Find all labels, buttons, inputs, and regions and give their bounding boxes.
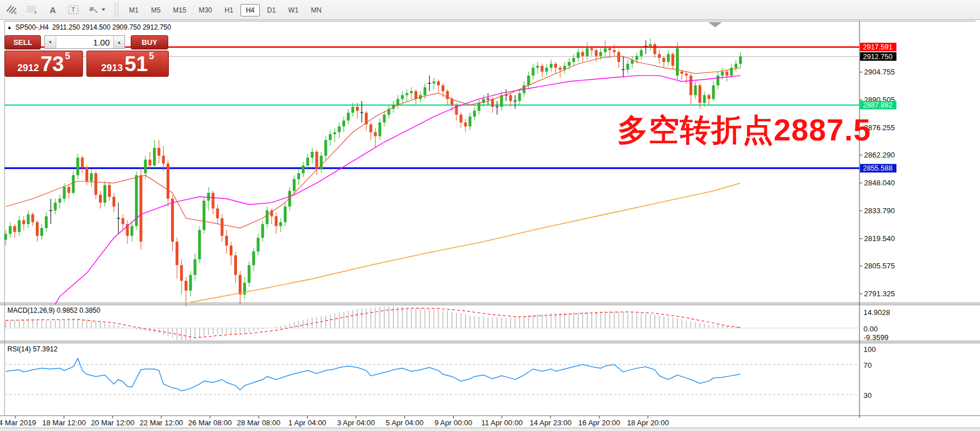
buy-price-point: 5	[149, 52, 154, 60]
timeframe-m30[interactable]: M30	[194, 4, 217, 16]
time-axis-label: 26 Mar 08:00	[188, 418, 232, 427]
timeframe-m15[interactable]: M15	[168, 4, 191, 16]
timeframe-m5[interactable]: M5	[146, 4, 166, 16]
time-axis-label: 22 Mar 12:00	[139, 418, 183, 427]
toolbar: E F A T M1M5M15M30H1H4	[0, 0, 980, 20]
symbol-marker-icon: ▲	[7, 24, 12, 30]
volume-increase-button[interactable]: ▲	[113, 36, 124, 48]
svg-text:2848.040: 2848.040	[864, 179, 895, 187]
sell-price-box[interactable]: 2912 73 5	[5, 51, 83, 77]
chart-canvas[interactable]: 2904.7552890.5052876.2552862.2902848.040…	[0, 20, 980, 431]
sort-arrows-dropdown-icon[interactable]	[85, 2, 108, 17]
svg-text:2819.540: 2819.540	[864, 234, 895, 243]
chart-annotation-text: 多空转折点2887.5	[617, 110, 871, 151]
candles-layer	[5, 39, 742, 306]
moving-averages-layer	[6, 56, 741, 305]
macd-indicator-label: MACD(12,26,9) 0.9852 0.3850	[7, 306, 100, 314]
dotted-grid-f-icon[interactable]: F	[24, 2, 41, 17]
timeframe-m1[interactable]: M1	[124, 4, 144, 16]
sell-button[interactable]: SELL	[5, 35, 41, 49]
text-box-t-icon[interactable]: T	[65, 2, 82, 17]
one-click-trading-panel: SELL ▼ ▲ BUY 2912 73 5 2913 51 5	[5, 35, 169, 77]
symbol-quotes: 2911.250 2914.500 2909.750 2912.750	[52, 23, 171, 31]
sell-price-pips: 73	[40, 55, 64, 74]
time-axis-label: 18 Apr 20:00	[627, 418, 669, 427]
svg-text:T: T	[72, 6, 76, 13]
svg-text:2833.790: 2833.790	[864, 206, 895, 215]
volume-input[interactable]	[56, 36, 113, 48]
time-axis-label: 3 Apr 04:00	[337, 418, 375, 427]
timeframe-mn[interactable]: MN	[306, 4, 327, 16]
macd-panel	[5, 306, 859, 342]
svg-text:2791.325: 2791.325	[864, 289, 895, 298]
time-axis-label: 5 Apr 04:00	[386, 418, 424, 427]
svg-text:E: E	[14, 11, 17, 15]
rsi-indicator-label: RSI(14) 57.3912	[7, 345, 57, 353]
volume-decrease-button[interactable]: ▼	[45, 36, 56, 48]
time-axis-label: 14 Apr 23:00	[530, 418, 572, 427]
buy-price-int: 2913	[101, 63, 123, 74]
time-axis-label: 1 Apr 04:00	[288, 418, 326, 427]
svg-text:2917.591: 2917.591	[863, 43, 892, 51]
price-axis: 2904.7552890.5052876.2552862.2902848.040…	[859, 43, 896, 298]
sell-price-int: 2912	[18, 63, 39, 74]
timeframe-h4[interactable]: H4	[240, 4, 259, 16]
symbol-period-label: SP500-,H4	[15, 23, 49, 31]
buy-price-box[interactable]: 2913 51 5	[86, 51, 169, 77]
rsi-axis-70: 70	[863, 361, 871, 370]
timeframe-d1[interactable]: D1	[262, 4, 281, 16]
macd-axis-zero: 0.00	[863, 325, 878, 333]
svg-text:2887.882: 2887.882	[863, 101, 892, 109]
svg-text:2904.755: 2904.755	[864, 68, 895, 76]
macd-axis-max: 14.9028	[863, 308, 890, 317]
time-axis-label: 9 Apr 00:00	[434, 418, 472, 427]
toolbar-separator	[115, 3, 118, 16]
time-axis-label: 16 Apr 20:00	[578, 418, 620, 427]
down-arrow-marker-icon	[708, 22, 722, 27]
rsi-axis-100: 100	[863, 345, 876, 354]
trading-platform-window: E F A T M1M5M15M30H1H4	[0, 0, 980, 431]
volume-stepper: ▼ ▲	[44, 35, 125, 49]
svg-text:2912.750: 2912.750	[863, 53, 892, 61]
time-axis-label: 18 Mar 12:00	[42, 418, 86, 427]
chart-region: 2904.7552890.5052876.2552862.2902848.040…	[0, 20, 980, 431]
time-axis-label: 11 Apr 00:00	[481, 418, 523, 427]
rsi-panel	[5, 358, 859, 395]
symbol-header: ▲ SP500-,H4 2911.250 2914.500 2909.750 2…	[7, 23, 171, 31]
time-axis-label: 28 Mar 08:00	[237, 418, 281, 427]
panel-borders	[0, 21, 980, 418]
sell-price-point: 5	[65, 52, 70, 60]
time-axis-label: 14 Mar 2019	[0, 418, 36, 427]
buy-price-pips: 51	[124, 55, 148, 74]
rsi-axis-30: 30	[863, 391, 871, 400]
timeframe-w1[interactable]: W1	[283, 4, 304, 16]
diagonal-lines-e-icon[interactable]: E	[3, 2, 20, 17]
timeframe-buttons: M1M5M15M30H1H4D1W1MN	[123, 5, 328, 15]
svg-text:F: F	[35, 11, 37, 15]
time-axis-label: 20 Mar 12:00	[91, 418, 135, 427]
buy-button[interactable]: BUY	[131, 35, 168, 49]
window-bottom-edge	[0, 428, 980, 431]
timeframe-h1[interactable]: H1	[219, 4, 238, 16]
svg-text:2855.588: 2855.588	[863, 164, 892, 172]
macd-axis-min: -9.3599	[863, 333, 888, 342]
svg-text:2805.575: 2805.575	[864, 262, 895, 270]
svg-text:2862.290: 2862.290	[864, 151, 895, 159]
letter-a-icon[interactable]: A	[44, 2, 61, 17]
